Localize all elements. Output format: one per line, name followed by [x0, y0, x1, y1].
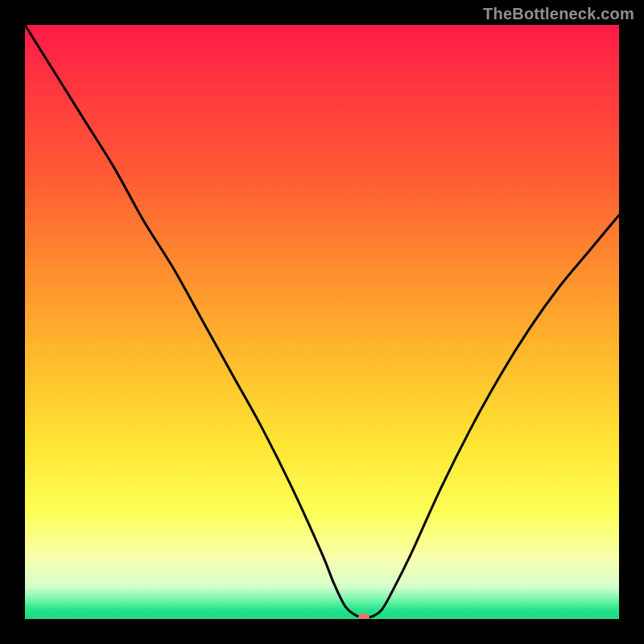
chart-frame: { "watermark": "TheBottleneck.com", "col…	[0, 0, 644, 644]
optimal-point-marker	[358, 613, 369, 619]
plot-area	[25, 25, 619, 619]
bottleneck-curve	[25, 25, 619, 619]
watermark-text: TheBottleneck.com	[483, 5, 634, 23]
